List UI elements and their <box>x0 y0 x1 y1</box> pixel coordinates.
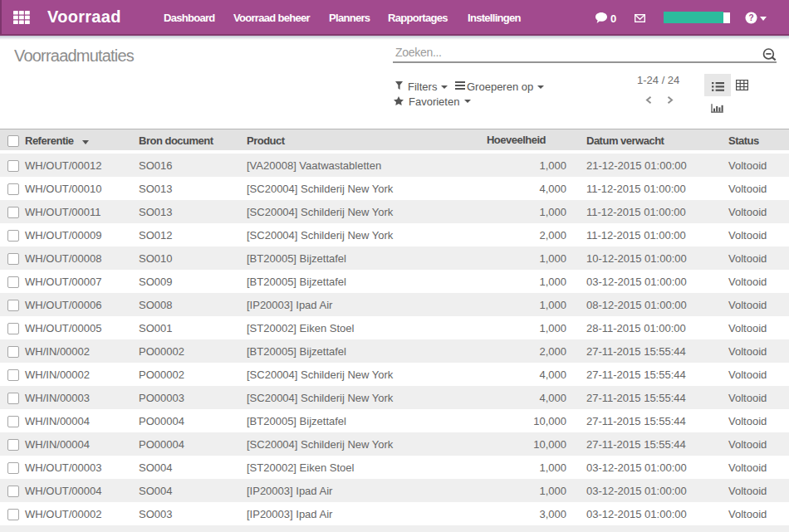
svg-text:?: ? <box>748 13 753 22</box>
